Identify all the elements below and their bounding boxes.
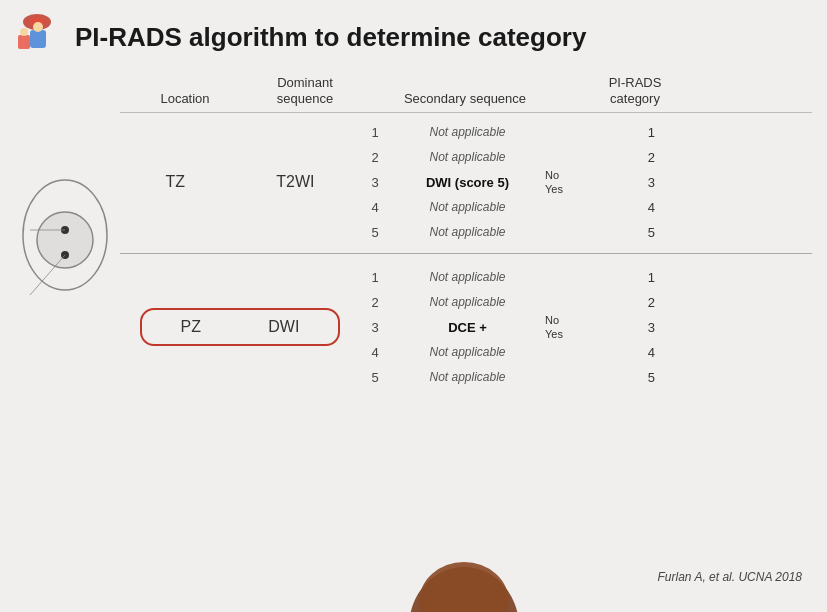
pz-pirads-1: 1: [600, 266, 670, 288]
pz-score-2: 2: [360, 291, 390, 313]
pz-score-3: 3: [360, 316, 390, 338]
tz-label: TZ: [166, 173, 186, 191]
tz-secondary-2: Not applicable: [390, 146, 545, 168]
tz-pirads-2: 2: [600, 146, 670, 168]
pz-label: PZ: [181, 318, 201, 336]
tz-score-5: 5: [360, 221, 390, 243]
pz-pirads: 1 2 3 4 5: [600, 266, 670, 388]
anatomy-diagram: [10, 75, 120, 392]
page-title: PI-RADS algorithm to determine category: [75, 22, 586, 53]
tz-secondary-4: Not applicable: [390, 196, 545, 218]
col-header-dominant: Dominant sequence: [250, 75, 360, 106]
header-icon: [10, 10, 65, 65]
svg-point-3: [33, 22, 43, 32]
pz-secondary-3: DCE +: [390, 316, 545, 338]
slide: PI-RADS algorithm to determine category: [0, 0, 827, 612]
header: PI-RADS algorithm to determine category: [0, 0, 827, 70]
tz-no-yes-3: No Yes: [545, 171, 600, 193]
svg-point-13: [419, 562, 509, 612]
col-header-secondary: Secondary sequence: [390, 91, 540, 107]
tz-location-dominant: TZ T2WI: [120, 173, 360, 191]
tz-score-2: 2: [360, 146, 390, 168]
pz-secondary: Not applicable Not applicable DCE + Not …: [390, 266, 545, 388]
table-area: Location Dominant sequence Secondary seq…: [120, 75, 812, 392]
svg-rect-2: [30, 30, 46, 48]
tz-no-yes: No Yes: [545, 121, 600, 243]
citation: Furlan A, et al. UCNA 2018: [657, 570, 802, 584]
pz-pirads-5: 5: [600, 366, 670, 388]
svg-point-5: [20, 28, 28, 36]
pz-pirads-4: 4: [600, 341, 670, 363]
tz-pirads-4: 4: [600, 196, 670, 218]
svg-rect-4: [18, 35, 30, 49]
person-silhouette: [384, 547, 544, 612]
svg-point-7: [37, 212, 93, 268]
tz-secondary: Not applicable Not applicable DWI (score…: [390, 121, 545, 243]
tz-score-1: 1: [360, 121, 390, 143]
pz-box: PZ DWI: [140, 308, 340, 346]
tz-score-4: 4: [360, 196, 390, 218]
tz-score-3: 3: [360, 171, 390, 193]
tz-secondary-3: DWI (score 5): [390, 171, 545, 193]
col-header-location: Location: [120, 91, 250, 107]
tz-secondary-1: Not applicable: [390, 121, 545, 143]
pz-no-yes-3: No Yes: [545, 316, 600, 338]
pz-pirads-2: 2: [600, 291, 670, 313]
pz-secondary-1: Not applicable: [390, 266, 545, 288]
col-header-pirads: PI-RADS category: [595, 75, 675, 106]
section-divider: [120, 253, 812, 254]
tz-pirads: 1 2 3 4 5: [600, 121, 670, 243]
column-headers: Location Dominant sequence Secondary seq…: [120, 75, 812, 113]
main-content: Location Dominant sequence Secondary seq…: [0, 75, 827, 392]
pz-score-1: 1: [360, 266, 390, 288]
pz-pirads-3: 3: [600, 316, 670, 338]
tz-dominant: T2WI: [276, 173, 314, 191]
pz-no-yes: No Yes: [545, 266, 600, 388]
pz-secondary-4: Not applicable: [390, 341, 545, 363]
pz-scores: 1 2 3 4 5: [360, 266, 390, 388]
tz-pirads-3: 3: [600, 171, 670, 193]
tz-section: TZ T2WI 1 2 3 4 5 Not applicable Not app…: [120, 113, 812, 251]
pz-secondary-5: Not applicable: [390, 366, 545, 388]
tz-pirads-1: 1: [600, 121, 670, 143]
tz-secondary-5: Not applicable: [390, 221, 545, 243]
pz-score-5: 5: [360, 366, 390, 388]
anatomy-svg: [20, 135, 110, 345]
pz-dominant: DWI: [268, 318, 299, 336]
pz-secondary-2: Not applicable: [390, 291, 545, 313]
pz-score-4: 4: [360, 341, 390, 363]
tz-scores: 1 2 3 4 5: [360, 121, 390, 243]
tz-pirads-5: 5: [600, 221, 670, 243]
pz-section: PZ DWI 1 2 3 4 5 Not applicable Not appl…: [120, 262, 812, 392]
pz-location-dominant: PZ DWI: [120, 308, 360, 346]
